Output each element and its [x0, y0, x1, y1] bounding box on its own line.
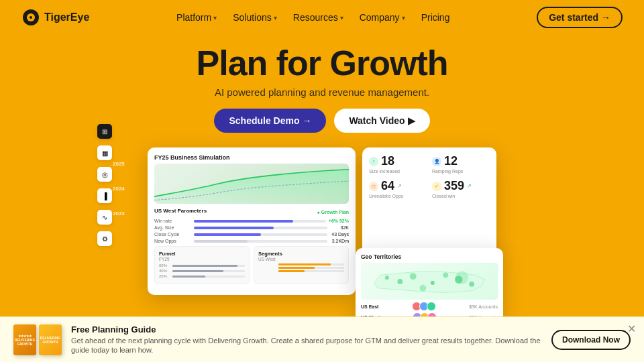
param-row-avgsize: Avg. Size 32K — [154, 225, 349, 230]
param-row-winrate: Win rate +6% 92% — [154, 219, 349, 223]
avatars-east — [412, 302, 436, 311]
hero-heading: Plan for Growth — [0, 44, 644, 82]
nav-platform[interactable]: Platform▾ — [176, 12, 217, 23]
panel-funnel: Funnel FY25 60% 40% 20% — [154, 246, 250, 284]
panel-stats: ↑ 18 Size increased 👤 12 Ramping Reps ◻ … — [362, 147, 496, 261]
svg-point-2 — [30, 16, 32, 19]
sidebar-icon-wave[interactable]: ∿ — [97, 210, 112, 225]
panel-simulation: FY25 Business Simulation US West Paramet… — [148, 147, 356, 295]
year-labels: 2025 2024 2023 — [113, 161, 125, 217]
sidebar-icon-grid[interactable]: ⊞ — [97, 124, 112, 139]
svg-point-10 — [469, 282, 474, 287]
watch-video-button[interactable]: Watch Video ▶ — [334, 109, 429, 133]
panel-segments: Segments US West — [254, 246, 349, 284]
stat-icon-opps: ◻ — [369, 182, 378, 191]
navigation: TigerEye Platform▾ Solutions▾ Resources▾… — [0, 0, 644, 35]
chart-area — [154, 164, 349, 204]
stats-grid: ↑ 18 Size increased 👤 12 Ramping Reps ◻ … — [369, 154, 490, 198]
book-cover-2: DELIVERINGGROWTH — [39, 324, 62, 355]
stat-icon-up: ↑ — [369, 157, 378, 166]
logo[interactable]: TigerEye — [21, 8, 89, 27]
banner-close-button[interactable]: ✕ — [627, 322, 636, 335]
panel-geo-territories: Geo Territories US East — [356, 248, 503, 322]
download-now-button[interactable]: Download Now — [551, 330, 631, 350]
nav-company[interactable]: Company▾ — [360, 12, 405, 23]
avatar — [427, 302, 436, 311]
sidebar-icon-settings[interactable]: ⚙ — [97, 231, 112, 246]
stat-closed-win: ✓ 359 ↗ Closed win — [432, 179, 490, 198]
sidebar-icon-table[interactable]: ▦ — [97, 145, 112, 160]
nav-pricing[interactable]: Pricing — [421, 12, 450, 23]
svg-point-7 — [431, 281, 435, 285]
bottom-banner: ★★★★★DELIVERINGGROWTH DELIVERINGGROWTH F… — [0, 316, 644, 362]
sidebar-icon-globe[interactable]: ◎ — [97, 167, 112, 182]
stat-unrealistic-opps: ◻ 64 ↗ Unrealistic Opps — [369, 179, 427, 198]
stat-icon-win: ✓ — [432, 182, 441, 191]
geo-map — [361, 263, 498, 300]
hero-section: Plan for Growth AI powered planning and … — [0, 35, 644, 139]
svg-point-11 — [419, 285, 426, 292]
schedule-demo-button[interactable]: Schedule Demo → — [214, 109, 326, 133]
geo-row-east: US East $3K Accounts — [361, 302, 498, 311]
book-cover-1: ★★★★★DELIVERINGGROWTH — [13, 324, 36, 355]
sidebar-icons: ⊞ ▦ ◎ ▐ ∿ ⚙ — [97, 124, 112, 246]
hero-subheading: AI powered planning and revenue manageme… — [0, 86, 644, 98]
get-started-button[interactable]: Get started → — [537, 7, 623, 28]
nav-solutions[interactable]: Solutions▾ — [233, 12, 277, 23]
nav-links: Platform▾ Solutions▾ Resources▾ Company▾… — [176, 12, 449, 23]
stat-size-increased: ↑ 18 Size increased — [369, 154, 427, 174]
sidebar-icon-chart[interactable]: ▐ — [97, 188, 112, 203]
param-row-newopps: New Opps 3.2KDm — [154, 239, 349, 243]
dashboard-mockup: FY25 Business Simulation US West Paramet… — [148, 147, 496, 322]
stat-ramping-reps: 👤 12 Ramping Reps — [432, 154, 490, 174]
logo-icon — [21, 8, 40, 27]
svg-point-4 — [455, 271, 468, 284]
banner-books: ★★★★★DELIVERINGGROWTH DELIVERINGGROWTH — [13, 324, 62, 355]
nav-resources[interactable]: Resources▾ — [293, 12, 343, 23]
param-row-closecycle: Close Cycle 43 Days — [154, 232, 349, 237]
banner-text: Free Planning Guide Get ahead of the nex… — [71, 324, 542, 355]
hero-buttons: Schedule Demo → Watch Video ▶ — [0, 109, 644, 133]
stat-icon-user: 👤 — [432, 157, 441, 166]
bottom-mini-panels: Funnel FY25 60% 40% 20% Segments US West — [154, 246, 349, 284]
svg-point-5 — [397, 279, 402, 284]
svg-point-9 — [385, 276, 389, 280]
svg-point-6 — [410, 273, 417, 280]
svg-point-8 — [443, 272, 448, 278]
